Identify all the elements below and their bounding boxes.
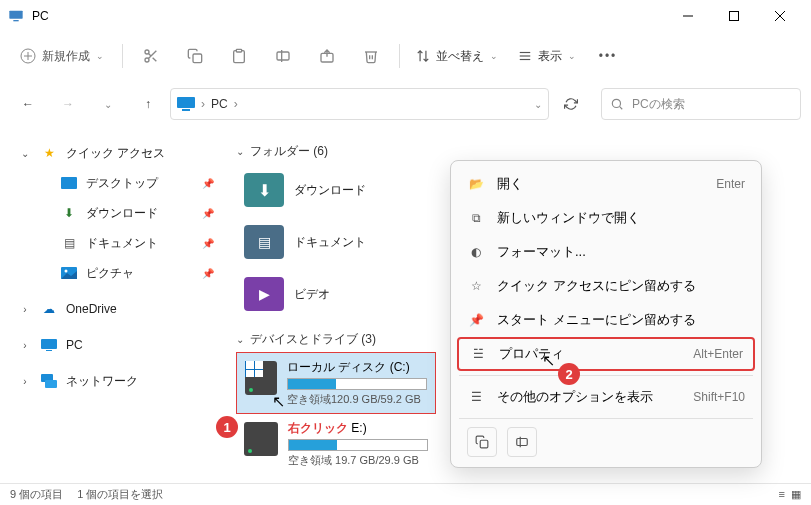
- refresh-icon: [564, 97, 578, 111]
- ctx-pin-quick-access[interactable]: ☆ クイック アクセスにピン留めする: [457, 269, 755, 303]
- svg-rect-34: [246, 361, 254, 369]
- sidebar-item-label: PC: [66, 338, 83, 352]
- minimize-button[interactable]: [665, 0, 711, 32]
- new-button[interactable]: 新規作成 ⌄: [10, 39, 114, 73]
- chevron-right-icon: ›: [18, 376, 32, 387]
- pc-icon: [40, 337, 58, 353]
- tiles-view-button[interactable]: ▦: [791, 488, 801, 501]
- chevron-right-icon: ›: [18, 340, 32, 351]
- ctx-new-window[interactable]: ⧉ 新しいウィンドウで開く: [457, 201, 755, 235]
- ctx-pin-start[interactable]: 📌 スタート メニューにピン留めする: [457, 303, 755, 337]
- chevron-down-icon: ⌄: [568, 51, 576, 61]
- sidebar-item-downloads[interactable]: ⬇ダウンロード📌: [30, 198, 232, 228]
- details-view-button[interactable]: ≡: [779, 488, 785, 501]
- svg-rect-1: [13, 20, 18, 21]
- search-input[interactable]: PCの検索: [601, 88, 801, 120]
- breadcrumb-sep: ›: [234, 97, 238, 111]
- status-bar: 9 個の項目 1 個の項目を選択 ≡ ▦: [0, 483, 811, 505]
- chevron-down-icon: ⌄: [96, 51, 104, 61]
- plus-circle-icon: [20, 48, 36, 64]
- rename-icon: [275, 48, 291, 64]
- maximize-button[interactable]: [711, 0, 757, 32]
- sidebar-item-network[interactable]: ›ネットワーク: [10, 366, 232, 396]
- new-label: 新規作成: [42, 48, 90, 65]
- folder-label: ドキュメント: [294, 234, 366, 251]
- sidebar-item-pictures[interactable]: ピクチャ📌: [30, 258, 232, 288]
- sort-label: 並べ替え: [436, 48, 484, 65]
- ctx-format[interactable]: ◐ フォーマット...: [457, 235, 755, 269]
- sidebar-item-desktop[interactable]: デスクトップ📌: [30, 168, 232, 198]
- svg-rect-16: [277, 52, 289, 60]
- pin-icon: 📌: [467, 311, 485, 329]
- sidebar-item-onedrive[interactable]: ›☁OneDrive: [10, 294, 232, 324]
- drive-c[interactable]: ローカル ディスク (C:) 空き領域120.9 GB/59.2 GB: [236, 352, 436, 414]
- scissors-icon: [143, 48, 159, 64]
- download-folder-icon: ⬇: [244, 173, 284, 207]
- drive-name: ローカル ディスク (C:): [287, 359, 427, 376]
- copy-icon: [475, 435, 489, 449]
- svg-point-24: [612, 99, 620, 107]
- context-menu: 📂 開く Enter ⧉ 新しいウィンドウで開く ◐ フォーマット... ☆ ク…: [450, 160, 762, 468]
- sidebar-item-documents[interactable]: ▤ドキュメント📌: [30, 228, 232, 258]
- drive-icon: [244, 422, 278, 456]
- close-button[interactable]: [757, 0, 803, 32]
- sidebar-item-label: クイック アクセス: [66, 145, 165, 162]
- sidebar: ⌄ ★ クイック アクセス デスクトップ📌 ⬇ダウンロード📌 ▤ドキュメント📌 …: [0, 128, 232, 483]
- ctx-open[interactable]: 📂 開く Enter: [457, 167, 755, 201]
- svg-rect-30: [46, 350, 52, 351]
- breadcrumb-pc[interactable]: PC: [211, 97, 228, 111]
- up-button[interactable]: ↑: [130, 86, 166, 122]
- separator: [459, 375, 753, 376]
- sidebar-item-pc[interactable]: ›PC: [10, 330, 232, 360]
- copy-button[interactable]: [175, 38, 215, 74]
- share-button[interactable]: [307, 38, 347, 74]
- status-item-count: 9 個の項目: [10, 487, 63, 502]
- svg-rect-29: [41, 339, 57, 349]
- chevron-down-icon: ⌄: [18, 148, 32, 159]
- rename-icon: [515, 435, 529, 449]
- svg-line-13: [148, 53, 151, 56]
- delete-button[interactable]: [351, 38, 391, 74]
- forward-button[interactable]: →: [50, 86, 86, 122]
- rename-button[interactable]: [263, 38, 303, 74]
- paste-icon: [231, 48, 247, 64]
- download-icon: ⬇: [60, 205, 78, 221]
- svg-rect-22: [177, 97, 195, 108]
- back-button[interactable]: ←: [10, 86, 46, 122]
- more-button[interactable]: •••: [588, 38, 628, 74]
- ctx-rename-button[interactable]: [507, 427, 537, 457]
- ctx-properties[interactable]: ☱ プロパティ Alt+Enter: [457, 337, 755, 371]
- pin-icon: 📌: [202, 268, 214, 279]
- desktop-icon: [60, 175, 78, 191]
- separator: [122, 44, 123, 68]
- sidebar-quick-access[interactable]: ⌄ ★ クイック アクセス: [10, 138, 232, 168]
- paste-button[interactable]: [219, 38, 259, 74]
- address-bar[interactable]: › PC › ⌄: [170, 88, 549, 120]
- pin-icon: 📌: [202, 238, 214, 249]
- annotation-badge-2: 2: [558, 363, 580, 385]
- video-folder-icon: ▶: [244, 277, 284, 311]
- sidebar-item-label: ドキュメント: [86, 235, 158, 252]
- ctx-more-options[interactable]: ☰ その他のオプションを表示 Shift+F10: [457, 380, 755, 414]
- new-window-icon: ⧉: [467, 209, 485, 227]
- refresh-button[interactable]: [553, 86, 589, 122]
- toolbar: 新規作成 ⌄ 並べ替え ⌄ 表示 ⌄ •••: [0, 32, 811, 80]
- network-icon: [40, 373, 58, 389]
- chevron-down-icon[interactable]: ⌄: [90, 86, 126, 122]
- sort-button[interactable]: 並べ替え ⌄: [408, 39, 506, 73]
- sidebar-item-label: ネットワーク: [66, 373, 138, 390]
- pin-icon: 📌: [202, 208, 214, 219]
- group-label: フォルダー (6): [250, 143, 328, 160]
- window-title: PC: [32, 9, 665, 23]
- chevron-down-icon: ⌄: [236, 334, 244, 345]
- share-icon: [319, 48, 335, 64]
- pin-icon: 📌: [202, 178, 214, 189]
- drive-e[interactable]: 右クリック E:) 空き領域 19.7 GB/29.9 GB: [236, 414, 436, 474]
- view-button[interactable]: 表示 ⌄: [510, 39, 584, 73]
- chevron-down-icon: ⌄: [490, 51, 498, 61]
- ctx-copy-button[interactable]: [467, 427, 497, 457]
- drive-usage-bar: [288, 439, 428, 451]
- chevron-down-icon[interactable]: ⌄: [534, 99, 542, 110]
- star-icon: ★: [40, 145, 58, 161]
- cut-button[interactable]: [131, 38, 171, 74]
